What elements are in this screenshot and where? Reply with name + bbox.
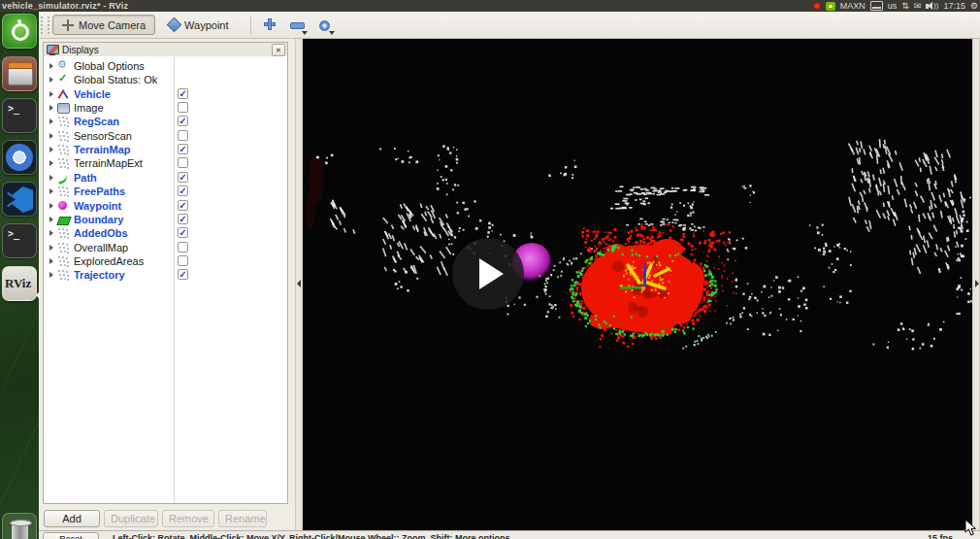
mail-icon[interactable]: ✉ — [914, 1, 922, 11]
dot-icon — [319, 20, 330, 31]
enabled-checkbox[interactable] — [178, 130, 188, 141]
collapse-left-handle[interactable] — [295, 39, 303, 530]
keyboard-icon[interactable] — [870, 1, 883, 11]
enabled-checkbox[interactable]: ✓ — [178, 214, 188, 224]
launcher-item-trash[interactable] — [2, 513, 37, 539]
close-panel-button[interactable]: ✕ — [272, 44, 285, 56]
cloud-icon — [57, 227, 70, 239]
enabled-checkbox[interactable]: ✓ — [178, 227, 188, 238]
tool-properties-button[interactable] — [313, 15, 335, 35]
expand-arrow-icon[interactable] — [49, 63, 53, 69]
display-row-regscan[interactable]: RegScan✓ — [44, 115, 287, 128]
displays-panel-title: Displays — [62, 45, 99, 55]
display-row-global-options[interactable]: Global Options — [44, 59, 287, 73]
mouse-cursor — [964, 520, 979, 537]
enabled-checkbox[interactable]: ✓ — [178, 185, 188, 196]
enabled-checkbox[interactable]: ✓ — [178, 116, 188, 126]
display-row-label: Global Status: Ok — [74, 74, 157, 85]
launcher-item-terminal[interactable] — [2, 98, 37, 133]
enabled-checkbox[interactable]: ✓ — [178, 200, 188, 211]
toolbar-grip[interactable] — [41, 17, 49, 34]
check-icon — [57, 74, 70, 85]
minus-icon — [290, 22, 305, 29]
expand-arrow-icon[interactable] — [49, 272, 53, 278]
collapse-left-arrow-icon — [297, 280, 301, 287]
expand-arrow-icon[interactable] — [49, 230, 53, 236]
image-icon — [57, 102, 70, 114]
expand-arrow-icon[interactable] — [49, 160, 53, 166]
volume-icon[interactable]: )) — [926, 2, 938, 11]
tool-label: Waypoint — [184, 19, 228, 31]
display-row-overallmap[interactable]: OverallMap — [44, 241, 287, 254]
enabled-checkbox[interactable]: ✓ — [178, 88, 188, 99]
video-play-button[interactable] — [452, 238, 524, 310]
expand-arrow-icon[interactable] — [49, 175, 53, 181]
reset-button[interactable]: Reset — [43, 532, 99, 539]
display-row-label: Path — [74, 172, 97, 184]
expand-arrow-icon[interactable] — [49, 133, 53, 139]
expand-arrow-icon[interactable] — [49, 188, 53, 194]
displays-panel-header[interactable]: Displays ✕ — [44, 43, 287, 57]
enabled-checkbox[interactable]: ✓ — [178, 269, 188, 280]
display-row-label: AddedObs — [74, 227, 128, 239]
nvidia-icon[interactable] — [826, 2, 835, 11]
clock-label[interactable]: 17:15 — [943, 1, 965, 11]
launcher-item-chromium[interactable] — [2, 140, 37, 175]
launcher-item-vscode[interactable] — [2, 182, 37, 217]
settings-gear-icon[interactable]: ⚙ — [970, 1, 978, 11]
rename-button[interactable]: Rename — [218, 510, 267, 527]
display-row-global-status-ok[interactable]: Global Status: Ok — [44, 73, 287, 86]
remove-tool-button[interactable] — [286, 15, 308, 35]
recording-icon[interactable] — [813, 2, 821, 10]
add-tool-button[interactable] — [259, 15, 280, 35]
display-row-vehicle[interactable]: Vehicle✓ — [44, 87, 287, 101]
enabled-checkbox[interactable] — [178, 255, 188, 266]
expand-arrow-icon[interactable] — [49, 203, 53, 209]
display-row-trajectory[interactable]: Trajectory✓ — [44, 268, 287, 282]
display-row-sensorscan[interactable]: SensorScan — [44, 129, 287, 143]
display-row-addedobs[interactable]: AddedObs✓ — [44, 226, 287, 240]
expand-arrow-icon[interactable] — [49, 105, 53, 111]
expand-arrow-icon[interactable] — [49, 118, 53, 124]
collapse-right-handle[interactable] — [972, 39, 980, 530]
launcher-item-terminal-2[interactable] — [2, 223, 37, 258]
3d-viewport[interactable] — [303, 39, 972, 530]
display-row-label: ExploredAreas — [74, 255, 144, 267]
launcher-item-ubuntu-dash[interactable] — [2, 14, 37, 49]
enabled-checkbox[interactable] — [178, 102, 188, 113]
launcher-dock: RViz — [0, 12, 39, 539]
cloud-icon — [57, 242, 70, 253]
tool-move-camera[interactable]: Move Camera — [52, 15, 155, 35]
remove-button[interactable]: Remove — [162, 510, 214, 527]
expand-arrow-icon[interactable] — [49, 77, 53, 83]
expand-arrow-icon[interactable] — [49, 147, 53, 152]
display-row-terrainmap[interactable]: TerrainMap✓ — [44, 143, 287, 156]
enabled-checkbox[interactable] — [178, 242, 188, 253]
display-row-terrainmapext[interactable]: TerrainMapExt — [44, 156, 287, 170]
displays-panel-buttons: AddDuplicateRemoveRename — [43, 510, 288, 529]
display-row-exploredareas[interactable]: ExploredAreas — [44, 254, 287, 268]
enabled-checkbox[interactable]: ✓ — [178, 144, 188, 154]
display-row-freepaths[interactable]: FreePaths✓ — [44, 185, 287, 198]
expand-arrow-icon[interactable] — [49, 91, 53, 97]
expand-arrow-icon[interactable] — [49, 245, 53, 251]
display-row-label: Global Options — [74, 60, 145, 72]
display-row-path[interactable]: Path✓ — [44, 171, 287, 185]
cloud-icon — [57, 144, 70, 155]
network-arrows-icon[interactable]: ⇅ — [901, 1, 909, 11]
launcher-item-file-manager[interactable] — [2, 56, 37, 91]
display-row-image[interactable]: Image — [44, 101, 287, 115]
enabled-checkbox[interactable]: ✓ — [178, 172, 188, 183]
launcher-item-rviz[interactable]: RViz — [2, 266, 37, 301]
duplicate-button[interactable]: Duplicate — [104, 510, 158, 527]
display-row-label: RegScan — [74, 116, 119, 127]
tool-waypoint[interactable]: Waypoint — [159, 15, 238, 35]
keyboard-layout-label[interactable]: us — [888, 1, 898, 11]
collapse-right-arrow-icon — [975, 280, 979, 287]
expand-arrow-icon[interactable] — [49, 258, 53, 264]
add-button[interactable]: Add — [44, 510, 100, 527]
display-row-waypoint[interactable]: Waypoint✓ — [44, 199, 287, 213]
expand-arrow-icon[interactable] — [49, 217, 53, 222]
enabled-checkbox[interactable] — [178, 157, 188, 168]
display-row-boundary[interactable]: Boundary✓ — [44, 213, 287, 226]
